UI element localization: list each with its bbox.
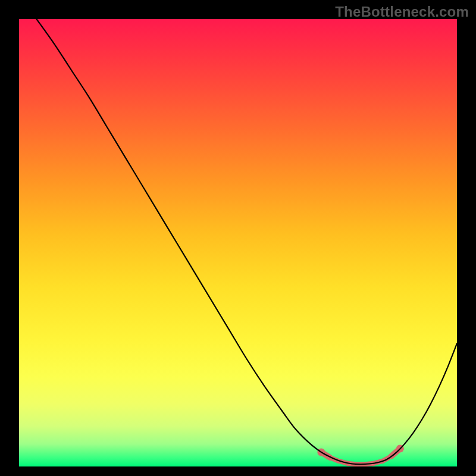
chart-frame: TheBottleneck.com [0,0,476,476]
curve-layer [19,19,457,466]
plot-area [19,19,457,466]
watermark-text: TheBottleneck.com [335,4,469,20]
bottleneck-curve [36,19,457,464]
bottom-band-markers [317,444,403,464]
